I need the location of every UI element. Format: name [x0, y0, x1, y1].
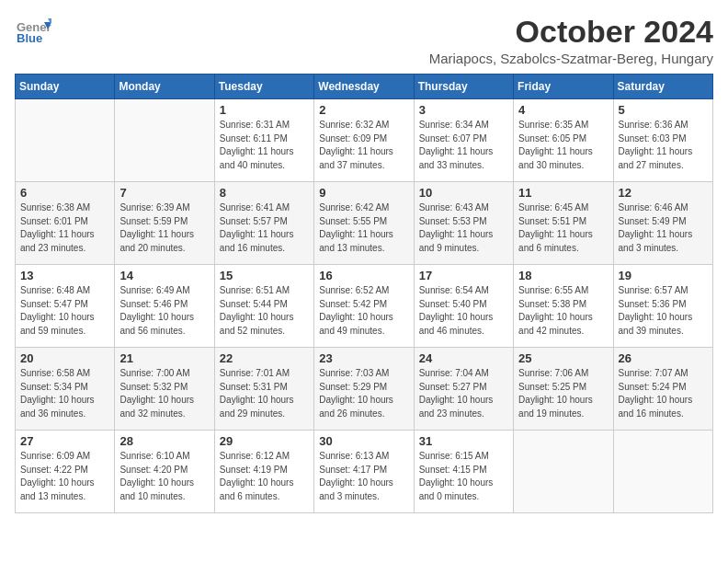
- day-number: 23: [319, 351, 408, 365]
- day-cell: 29Sunrise: 6:12 AM Sunset: 4:19 PM Dayli…: [214, 431, 313, 513]
- day-cell: 21Sunrise: 7:00 AM Sunset: 5:32 PM Dayli…: [115, 348, 214, 431]
- day-info: Sunrise: 6:35 AM Sunset: 6:05 PM Dayligh…: [518, 119, 608, 172]
- day-number: 31: [419, 434, 508, 448]
- day-number: 25: [518, 351, 608, 365]
- day-info: Sunrise: 6:51 AM Sunset: 5:44 PM Dayligh…: [220, 284, 309, 338]
- day-cell: 2Sunrise: 6:32 AM Sunset: 6:09 PM Daylig…: [314, 99, 414, 182]
- day-number: 12: [619, 186, 708, 200]
- logo-icon: General Blue: [15, 15, 51, 55]
- week-row-1: 1Sunrise: 6:31 AM Sunset: 6:11 PM Daylig…: [16, 99, 713, 182]
- day-number: 26: [619, 351, 708, 365]
- day-cell: [16, 99, 115, 182]
- day-cell: 30Sunrise: 6:13 AM Sunset: 4:17 PM Dayli…: [314, 431, 414, 513]
- day-number: 19: [619, 269, 708, 282]
- week-row-3: 13Sunrise: 6:48 AM Sunset: 5:47 PM Dayli…: [16, 265, 713, 348]
- day-cell: 11Sunrise: 6:45 AM Sunset: 5:51 PM Dayli…: [514, 182, 613, 265]
- day-cell: 9Sunrise: 6:42 AM Sunset: 5:55 PM Daylig…: [314, 182, 414, 265]
- day-cell: 10Sunrise: 6:43 AM Sunset: 5:53 PM Dayli…: [414, 182, 513, 265]
- day-info: Sunrise: 6:10 AM Sunset: 4:20 PM Dayligh…: [119, 450, 209, 503]
- day-info: Sunrise: 7:03 AM Sunset: 5:29 PM Dayligh…: [319, 367, 408, 420]
- calendar-subtitle: Mariapocs, Szabolcs-Szatmar-Bereg, Hunga…: [429, 51, 713, 66]
- day-info: Sunrise: 6:54 AM Sunset: 5:40 PM Dayligh…: [419, 284, 508, 338]
- day-number: 4: [518, 103, 608, 117]
- day-cell: 26Sunrise: 7:07 AM Sunset: 5:24 PM Dayli…: [613, 348, 712, 431]
- day-cell: 15Sunrise: 6:51 AM Sunset: 5:44 PM Dayli…: [214, 265, 313, 348]
- day-info: Sunrise: 6:48 AM Sunset: 5:47 PM Dayligh…: [20, 284, 109, 338]
- day-cell: 18Sunrise: 6:55 AM Sunset: 5:38 PM Dayli…: [514, 265, 613, 348]
- day-cell: 14Sunrise: 6:49 AM Sunset: 5:46 PM Dayli…: [115, 265, 214, 348]
- day-info: Sunrise: 7:07 AM Sunset: 5:24 PM Dayligh…: [619, 367, 708, 420]
- day-number: 28: [119, 434, 209, 448]
- day-number: 22: [220, 351, 309, 365]
- day-cell: 5Sunrise: 6:36 AM Sunset: 6:03 PM Daylig…: [613, 99, 712, 182]
- day-info: Sunrise: 6:49 AM Sunset: 5:46 PM Dayligh…: [119, 284, 209, 338]
- header-tuesday: Tuesday: [214, 75, 313, 99]
- header-thursday: Thursday: [414, 75, 513, 99]
- day-cell: 17Sunrise: 6:54 AM Sunset: 5:40 PM Dayli…: [414, 265, 513, 348]
- day-info: Sunrise: 6:12 AM Sunset: 4:19 PM Dayligh…: [220, 450, 309, 503]
- day-number: 7: [119, 186, 209, 200]
- day-cell: 23Sunrise: 7:03 AM Sunset: 5:29 PM Dayli…: [314, 348, 414, 431]
- day-number: 11: [518, 186, 608, 200]
- day-number: 2: [319, 103, 408, 117]
- day-number: 9: [319, 186, 408, 200]
- day-cell: 16Sunrise: 6:52 AM Sunset: 5:42 PM Dayli…: [314, 265, 414, 348]
- header-wednesday: Wednesday: [314, 75, 414, 99]
- day-info: Sunrise: 6:52 AM Sunset: 5:42 PM Dayligh…: [319, 284, 408, 338]
- day-number: 6: [20, 186, 109, 200]
- day-info: Sunrise: 6:39 AM Sunset: 5:59 PM Dayligh…: [119, 201, 209, 255]
- day-number: 10: [419, 186, 508, 200]
- day-number: 30: [319, 434, 408, 448]
- day-cell: 19Sunrise: 6:57 AM Sunset: 5:36 PM Dayli…: [613, 265, 712, 348]
- day-number: 21: [119, 351, 209, 365]
- day-number: 27: [20, 434, 109, 448]
- day-cell: 20Sunrise: 6:58 AM Sunset: 5:34 PM Dayli…: [16, 348, 115, 431]
- day-number: 20: [20, 351, 109, 365]
- day-number: 1: [220, 103, 309, 117]
- day-number: 24: [419, 351, 508, 365]
- day-cell: 6Sunrise: 6:38 AM Sunset: 6:01 PM Daylig…: [16, 182, 115, 265]
- day-info: Sunrise: 6:58 AM Sunset: 5:34 PM Dayligh…: [20, 367, 109, 420]
- day-info: Sunrise: 6:15 AM Sunset: 4:15 PM Dayligh…: [419, 450, 508, 503]
- week-row-4: 20Sunrise: 6:58 AM Sunset: 5:34 PM Dayli…: [16, 348, 713, 431]
- day-cell: 7Sunrise: 6:39 AM Sunset: 5:59 PM Daylig…: [115, 182, 214, 265]
- day-info: Sunrise: 6:55 AM Sunset: 5:38 PM Dayligh…: [518, 284, 608, 338]
- day-cell: 12Sunrise: 6:46 AM Sunset: 5:49 PM Dayli…: [613, 182, 712, 265]
- day-cell: [514, 431, 613, 513]
- calendar-table: Sunday Monday Tuesday Wednesday Thursday…: [15, 74, 713, 513]
- day-number: 16: [319, 269, 408, 282]
- day-info: Sunrise: 6:43 AM Sunset: 5:53 PM Dayligh…: [419, 201, 508, 255]
- day-cell: [613, 431, 712, 513]
- day-info: Sunrise: 6:45 AM Sunset: 5:51 PM Dayligh…: [518, 201, 608, 255]
- day-cell: 13Sunrise: 6:48 AM Sunset: 5:47 PM Dayli…: [16, 265, 115, 348]
- day-cell: 4Sunrise: 6:35 AM Sunset: 6:05 PM Daylig…: [514, 99, 613, 182]
- day-info: Sunrise: 6:32 AM Sunset: 6:09 PM Dayligh…: [319, 119, 408, 172]
- header-monday: Monday: [115, 75, 214, 99]
- day-number: 15: [220, 269, 309, 282]
- day-cell: 25Sunrise: 7:06 AM Sunset: 5:25 PM Dayli…: [514, 348, 613, 431]
- day-info: Sunrise: 6:34 AM Sunset: 6:07 PM Dayligh…: [419, 119, 508, 172]
- day-cell: 22Sunrise: 7:01 AM Sunset: 5:31 PM Dayli…: [214, 348, 313, 431]
- day-number: 17: [419, 269, 508, 282]
- week-row-5: 27Sunrise: 6:09 AM Sunset: 4:22 PM Dayli…: [16, 431, 713, 513]
- day-number: 5: [619, 103, 708, 117]
- day-number: 3: [419, 103, 508, 117]
- day-info: Sunrise: 7:04 AM Sunset: 5:27 PM Dayligh…: [419, 367, 508, 420]
- day-cell: 8Sunrise: 6:41 AM Sunset: 5:57 PM Daylig…: [214, 182, 313, 265]
- title-area: October 2024 Mariapocs, Szabolcs-Szatmar…: [429, 15, 713, 66]
- day-info: Sunrise: 7:06 AM Sunset: 5:25 PM Dayligh…: [518, 367, 608, 420]
- day-number: 14: [119, 269, 209, 282]
- logo: General Blue: [15, 15, 51, 55]
- day-cell: 27Sunrise: 6:09 AM Sunset: 4:22 PM Dayli…: [16, 431, 115, 513]
- day-info: Sunrise: 6:31 AM Sunset: 6:11 PM Dayligh…: [220, 119, 309, 172]
- day-cell: [115, 99, 214, 182]
- svg-text:Blue: Blue: [17, 31, 42, 45]
- day-cell: 1Sunrise: 6:31 AM Sunset: 6:11 PM Daylig…: [214, 99, 313, 182]
- header-saturday: Saturday: [613, 75, 712, 99]
- day-number: 13: [20, 269, 109, 282]
- day-info: Sunrise: 6:41 AM Sunset: 5:57 PM Dayligh…: [220, 201, 309, 255]
- day-cell: 31Sunrise: 6:15 AM Sunset: 4:15 PM Dayli…: [414, 431, 513, 513]
- day-number: 18: [518, 269, 608, 282]
- day-info: Sunrise: 6:13 AM Sunset: 4:17 PM Dayligh…: [319, 450, 408, 503]
- day-cell: 24Sunrise: 7:04 AM Sunset: 5:27 PM Dayli…: [414, 348, 513, 431]
